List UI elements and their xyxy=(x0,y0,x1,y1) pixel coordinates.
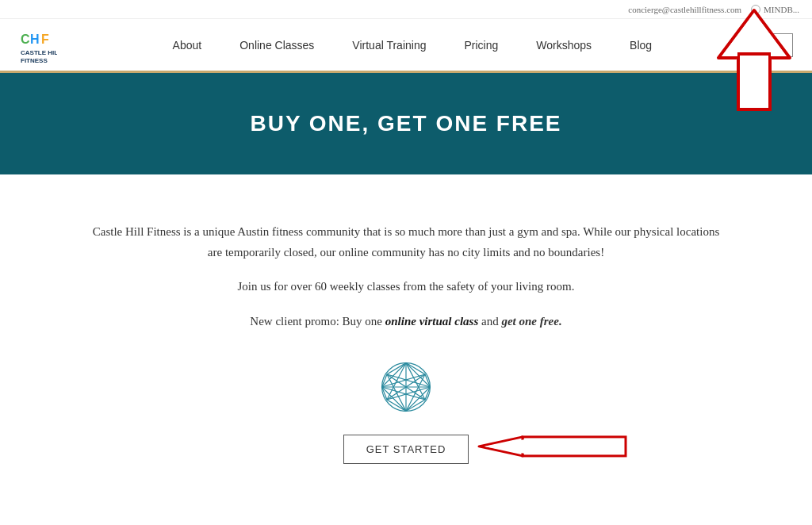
nav-pricing[interactable]: Pricing xyxy=(446,33,518,58)
intro-paragraph: Castle Hill Fitness is a unique Austin f… xyxy=(89,222,723,262)
svg-text:H: H xyxy=(30,33,40,46)
diamond-icon-wrap xyxy=(89,355,723,419)
top-bar: concierge@castlehillfitness.com MINDB... xyxy=(0,0,812,19)
svg-rect-26 xyxy=(525,439,623,453)
promo-bold-italic: online virtual class xyxy=(385,315,479,328)
nav-online-classes[interactable]: Online Classes xyxy=(220,33,333,58)
svg-rect-24 xyxy=(523,436,626,455)
svg-text:C: C xyxy=(21,33,30,46)
cta-section: GET STARTED xyxy=(89,435,723,464)
main-content: Castle Hill Fitness is a unique Austin f… xyxy=(25,174,787,496)
promo-prefix: New client promo: Buy one xyxy=(250,315,385,328)
circle-icon xyxy=(751,5,760,14)
mindb-label: MINDB... xyxy=(751,5,799,14)
hero-title: BUY ONE, GET ONE FREE xyxy=(16,111,796,136)
promo-middle: and xyxy=(478,315,501,328)
hero-banner: BUY ONE, GET ONE FREE xyxy=(0,73,812,174)
classes-paragraph: Join us for over 60 weekly classes from … xyxy=(89,277,723,297)
get-started-button[interactable]: GET STARTED xyxy=(343,435,469,464)
svg-text:CASTLE HILL: CASTLE HILL xyxy=(21,49,57,56)
nav-about[interactable]: About xyxy=(154,33,221,58)
nav-virtual-training[interactable]: Virtual Training xyxy=(333,33,445,58)
nav-blog[interactable]: Blog xyxy=(611,33,671,58)
svg-text:F: F xyxy=(41,33,49,46)
header: C H F CASTLE HILL FITNESS About Online C… xyxy=(0,19,812,73)
email-label: concierge@castlehillfitness.com xyxy=(628,5,741,14)
main-nav: About Online Classes Virtual Training Pr… xyxy=(89,33,736,58)
svg-marker-27 xyxy=(485,439,525,453)
promo-paragraph: New client promo: Buy one online virtual… xyxy=(89,312,723,332)
cta-wrapper: GET STARTED xyxy=(343,435,469,464)
svg-marker-25 xyxy=(479,436,523,455)
nav-workshops[interactable]: Workshops xyxy=(517,33,611,58)
login-button[interactable]: Login xyxy=(736,33,793,57)
arrow-left-annotation xyxy=(475,414,634,484)
svg-text:FITNESS: FITNESS xyxy=(21,57,48,64)
diamond-icon xyxy=(374,355,438,419)
logo-icon: C H F CASTLE HILL FITNESS xyxy=(19,26,57,64)
logo[interactable]: C H F CASTLE HILL FITNESS xyxy=(19,26,57,64)
promo-bold-italic2: get one free. xyxy=(501,315,561,328)
